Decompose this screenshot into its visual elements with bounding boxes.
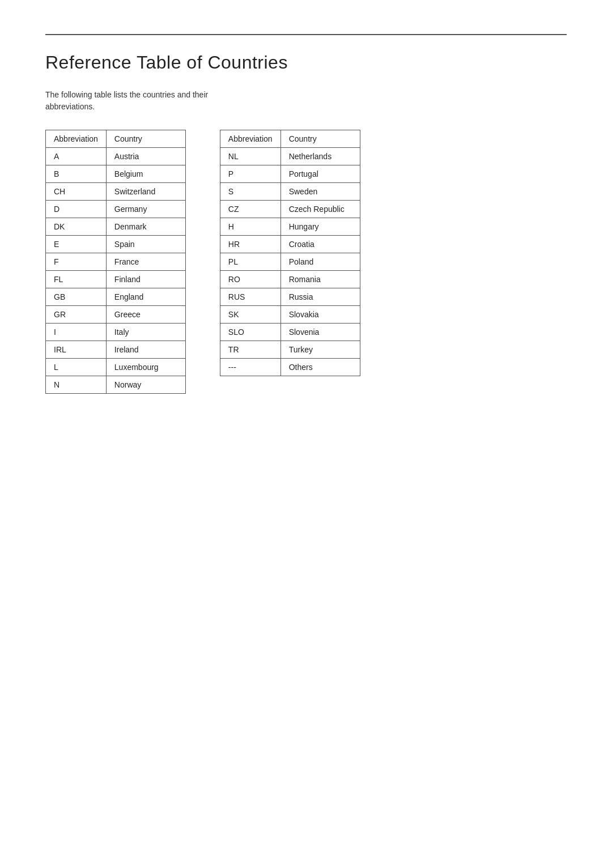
tables-wrapper: Abbreviation Country AAustriaBBelgiumCHS… <box>45 130 567 394</box>
abbr-cell: I <box>46 324 107 341</box>
abbr-cell: TR <box>220 341 280 359</box>
abbr-cell: B <box>46 165 107 183</box>
country-cell: Portugal <box>280 165 360 183</box>
table-row: BBelgium <box>46 165 186 183</box>
table-row: PLPoland <box>220 253 360 271</box>
table-right-col2-header: Country <box>280 130 360 148</box>
abbr-cell: CZ <box>220 201 280 218</box>
abbr-cell: CH <box>46 183 107 201</box>
abbr-cell: DK <box>46 218 107 236</box>
country-cell: Spain <box>106 236 185 253</box>
country-cell: Russia <box>280 288 360 306</box>
table-row: ESpain <box>46 236 186 253</box>
table-row: PPortugal <box>220 165 360 183</box>
country-cell: Croatia <box>280 236 360 253</box>
country-cell: Czech Republic <box>280 201 360 218</box>
table-row: SKSlovakia <box>220 306 360 324</box>
country-cell: Sweden <box>280 183 360 201</box>
country-cell: Italy <box>106 324 185 341</box>
table-row: ---Others <box>220 359 360 376</box>
abbr-cell: A <box>46 148 107 165</box>
country-cell: Turkey <box>280 341 360 359</box>
abbr-cell: NL <box>220 148 280 165</box>
country-cell: Germany <box>106 201 185 218</box>
table-right-header-row: Abbreviation Country <box>220 130 360 148</box>
table-row: SLOSlovenia <box>220 324 360 341</box>
table-row: IItaly <box>46 324 186 341</box>
country-cell: Finland <box>106 271 185 288</box>
table-row: GBEngland <box>46 288 186 306</box>
abbr-cell: GB <box>46 288 107 306</box>
abbr-cell: SLO <box>220 324 280 341</box>
abbr-cell: S <box>220 183 280 201</box>
table-row: RORomania <box>220 271 360 288</box>
country-cell: Ireland <box>106 341 185 359</box>
table-left-header-row: Abbreviation Country <box>46 130 186 148</box>
abbr-cell: F <box>46 253 107 271</box>
country-cell: Netherlands <box>280 148 360 165</box>
abbr-cell: H <box>220 218 280 236</box>
table-row: LLuxembourg <box>46 359 186 376</box>
country-cell: France <box>106 253 185 271</box>
table-right: Abbreviation Country NLNetherlandsPPortu… <box>220 130 360 376</box>
table-row: AAustria <box>46 148 186 165</box>
abbr-cell: --- <box>220 359 280 376</box>
country-cell: Belgium <box>106 165 185 183</box>
top-border <box>45 34 567 35</box>
country-cell: Austria <box>106 148 185 165</box>
country-cell: Greece <box>106 306 185 324</box>
table-left: Abbreviation Country AAustriaBBelgiumCHS… <box>45 130 186 394</box>
table-row: HHungary <box>220 218 360 236</box>
abbr-cell: PL <box>220 253 280 271</box>
abbr-cell: RO <box>220 271 280 288</box>
page-title: Reference Table of Countries <box>45 52 567 73</box>
table-row: FFrance <box>46 253 186 271</box>
table-row: CHSwitzerland <box>46 183 186 201</box>
table-row: IRLIreland <box>46 341 186 359</box>
country-cell: Others <box>280 359 360 376</box>
country-cell: Switzerland <box>106 183 185 201</box>
abbr-cell: GR <box>46 306 107 324</box>
table-row: NLNetherlands <box>220 148 360 165</box>
country-cell: Hungary <box>280 218 360 236</box>
table-row: NNorway <box>46 376 186 394</box>
abbr-cell: D <box>46 201 107 218</box>
table-row: SSweden <box>220 183 360 201</box>
table-row: TRTurkey <box>220 341 360 359</box>
country-cell: Romania <box>280 271 360 288</box>
abbr-cell: P <box>220 165 280 183</box>
table-row: DKDenmark <box>46 218 186 236</box>
table-right-col1-header: Abbreviation <box>220 130 280 148</box>
description: The following table lists the countries … <box>45 89 238 113</box>
abbr-cell: IRL <box>46 341 107 359</box>
table-row: FLFinland <box>46 271 186 288</box>
country-cell: Slovenia <box>280 324 360 341</box>
country-cell: Luxembourg <box>106 359 185 376</box>
table-row: GRGreece <box>46 306 186 324</box>
table-row: CZCzech Republic <box>220 201 360 218</box>
table-row: DGermany <box>46 201 186 218</box>
page: Reference Table of Countries The followi… <box>0 0 612 428</box>
abbr-cell: N <box>46 376 107 394</box>
abbr-cell: E <box>46 236 107 253</box>
abbr-cell: RUS <box>220 288 280 306</box>
abbr-cell: L <box>46 359 107 376</box>
abbr-cell: SK <box>220 306 280 324</box>
country-cell: England <box>106 288 185 306</box>
table-left-col2-header: Country <box>106 130 185 148</box>
abbr-cell: FL <box>46 271 107 288</box>
table-row: RUSRussia <box>220 288 360 306</box>
country-cell: Slovakia <box>280 306 360 324</box>
country-cell: Poland <box>280 253 360 271</box>
abbr-cell: HR <box>220 236 280 253</box>
table-row: HRCroatia <box>220 236 360 253</box>
country-cell: Denmark <box>106 218 185 236</box>
table-left-col1-header: Abbreviation <box>46 130 107 148</box>
country-cell: Norway <box>106 376 185 394</box>
